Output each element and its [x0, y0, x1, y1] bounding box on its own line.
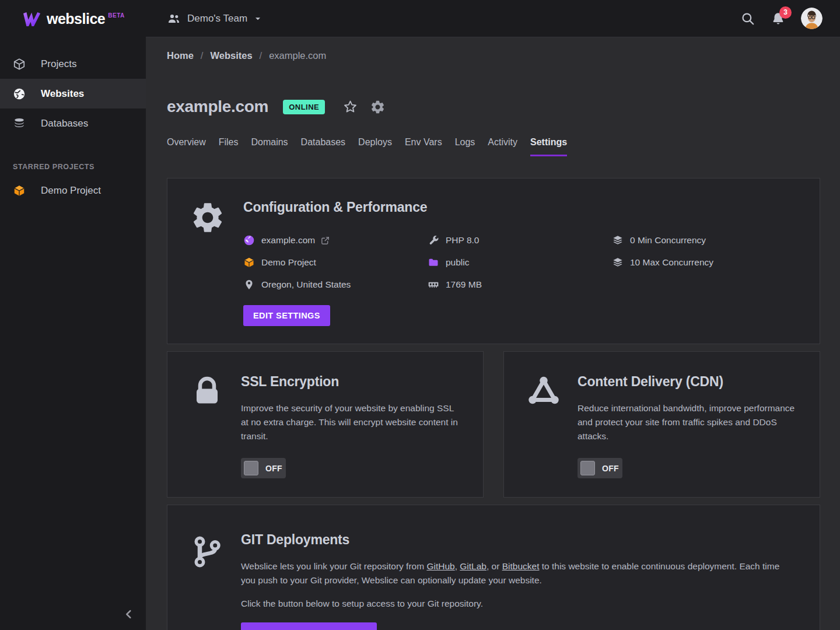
gear-icon: [190, 200, 226, 344]
globe-purple-icon: [243, 235, 255, 246]
git-instruction: Click the button below to setup access t…: [241, 597, 796, 611]
detail-memory: 1769 MB: [428, 274, 612, 296]
detail-value: Oregon, United States: [261, 279, 351, 290]
webslice-logo-icon: [23, 11, 41, 26]
cdn-toggle[interactable]: OFF: [578, 458, 622, 478]
beta-badge: BETA: [108, 12, 124, 19]
bitbucket-link[interactable]: Bitbucket: [502, 561, 540, 571]
ssl-description: Improve the security of your website by …: [241, 401, 460, 443]
tab-activity[interactable]: Activity: [488, 137, 517, 156]
breadcrumb-websites[interactable]: Websites: [210, 50, 252, 61]
detail-value: 10 Max Concurrency: [630, 257, 713, 268]
detail-region: Oregon, United States: [243, 274, 428, 296]
users-icon: [167, 12, 181, 26]
toggle-label: OFF: [265, 464, 282, 473]
tab-deploys[interactable]: Deploys: [358, 137, 392, 156]
search-icon[interactable]: [740, 11, 755, 26]
cdn-description: Reduce international bandwidth, improve …: [578, 401, 796, 443]
config-performance-card: Configuration & Performance example.com: [167, 178, 820, 344]
starred-projects-list: Demo Project: [0, 176, 146, 205]
detail-value: example.com: [261, 235, 315, 246]
detail-domain: example.com: [243, 229, 428, 251]
chevron-left-icon: [123, 608, 135, 621]
github-link[interactable]: GitHub: [426, 561, 454, 571]
app-name: webslice: [47, 10, 105, 27]
detail-empty: [612, 274, 796, 296]
gear-icon[interactable]: [370, 99, 386, 115]
folder-icon: [428, 257, 439, 268]
caret-down-icon: [253, 14, 262, 23]
gitlab-link[interactable]: GitLab: [460, 561, 487, 571]
layers-icon: [612, 235, 624, 246]
page-title: example.com: [167, 97, 268, 116]
main-content: Home / Websites / example.com example.co…: [146, 37, 840, 630]
feature-cards-row: SSL Encryption Improve the security of y…: [167, 351, 820, 498]
breadcrumb: Home / Websites / example.com: [167, 50, 820, 61]
detail-min-concurrency: 0 Min Concurrency: [612, 229, 796, 251]
sidebar-item-label: Websites: [41, 88, 84, 100]
sidebar-nav: Projects Websites Databases: [0, 49, 146, 138]
star-icon[interactable]: [342, 99, 358, 115]
git-description-text: , or: [487, 561, 502, 571]
triangle-nodes-icon: [526, 374, 561, 497]
sidebar-collapse-button[interactable]: [121, 607, 136, 622]
git-deployments-card: GIT Deployments Webslice lets you link y…: [167, 505, 820, 630]
breadcrumb-current: example.com: [269, 50, 326, 61]
orange-cube-icon: [243, 257, 255, 268]
cdn-card: Content Delivery (CDN) Reduce internatio…: [503, 351, 820, 498]
wrench-icon: [428, 235, 439, 246]
page-header: example.com ONLINE: [167, 97, 820, 117]
team-name: Demo's Team: [187, 13, 247, 24]
ssl-toggle[interactable]: OFF: [241, 458, 286, 478]
card-title: Configuration & Performance: [243, 200, 796, 215]
detail-web-root: public: [428, 251, 612, 274]
ssl-card: SSL Encryption Improve the security of y…: [167, 351, 484, 498]
git-branch-icon: [190, 534, 225, 630]
breadcrumb-home[interactable]: Home: [167, 50, 194, 61]
sidebar-item-demo-project[interactable]: Demo Project: [0, 176, 146, 205]
tab-logs[interactable]: Logs: [455, 137, 475, 156]
card-title: Content Delivery (CDN): [578, 374, 796, 390]
sidebar-item-label: Projects: [41, 58, 76, 70]
toggle-knob: [580, 461, 595, 475]
toggle-label: OFF: [602, 464, 619, 473]
globe-icon: [13, 88, 26, 100]
user-avatar[interactable]: [801, 8, 822, 29]
breadcrumb-separator: /: [201, 50, 204, 61]
detail-max-concurrency: 10 Max Concurrency: [612, 251, 796, 274]
status-badge: ONLINE: [283, 100, 325, 114]
detail-project: Demo Project: [243, 251, 428, 274]
git-description: Webslice lets you link your Git reposito…: [241, 559, 796, 587]
edit-settings-button[interactable]: EDIT SETTINGS: [243, 305, 330, 326]
logo[interactable]: webslice BETA: [0, 0, 146, 37]
tab-databases[interactable]: Databases: [301, 137, 346, 156]
tab-settings[interactable]: Settings: [530, 137, 567, 156]
detail-php-version: PHP 8.0: [428, 229, 612, 251]
sidebar-item-databases[interactable]: Databases: [0, 108, 146, 138]
sidebar-item-label: Databases: [41, 118, 88, 130]
layers-icon: [612, 257, 624, 268]
tab-env-vars[interactable]: Env Vars: [405, 137, 442, 156]
sidebar-item-label: Demo Project: [41, 185, 101, 197]
tab-domains[interactable]: Domains: [251, 137, 288, 156]
notifications-button[interactable]: 3: [771, 11, 786, 26]
external-link-icon[interactable]: [320, 236, 330, 246]
map-pin-icon: [243, 279, 255, 290]
tab-bar: Overview Files Domains Databases Deploys…: [167, 137, 820, 156]
detail-value: Demo Project: [261, 257, 316, 268]
notification-badge: 3: [779, 6, 792, 19]
breadcrumb-separator: /: [260, 50, 262, 61]
cube-outline-icon: [13, 58, 26, 71]
tab-files[interactable]: Files: [219, 137, 239, 156]
config-details: example.com PHP 8.0: [243, 229, 796, 296]
tab-overview[interactable]: Overview: [167, 137, 206, 156]
detail-value: 0 Min Concurrency: [630, 235, 706, 246]
team-selector[interactable]: Demo's Team: [167, 12, 262, 26]
lock-icon: [190, 374, 225, 497]
sidebar-item-projects[interactable]: Projects: [0, 49, 146, 79]
setup-git-deployments-button[interactable]: SETUP GIT DEPLOYMENTS: [241, 622, 377, 630]
topbar-actions: 3: [740, 8, 822, 29]
card-title: GIT Deployments: [241, 532, 796, 548]
topbar: Demo's Team 3: [146, 0, 840, 37]
sidebar-item-websites[interactable]: Websites: [0, 79, 146, 108]
